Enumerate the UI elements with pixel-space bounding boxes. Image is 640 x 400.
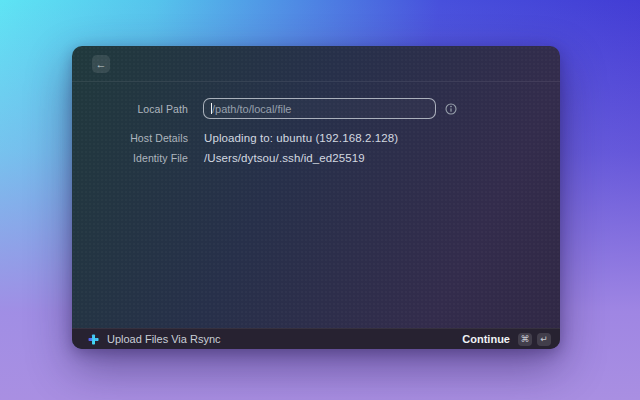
info-icon[interactable] [444, 102, 458, 116]
arrow-left-icon: ← [96, 58, 107, 70]
dialog-header: ← [72, 46, 560, 82]
return-key-icon: ↵ [537, 333, 551, 346]
text-caret [211, 103, 212, 114]
local-path-label: Local Path [92, 103, 188, 115]
dialog-footer: Upload Files Via Rsync Continue ⌘ ↵ [72, 328, 560, 349]
upload-files-dialog: ← Local Path Host Detail [72, 46, 560, 349]
command-key-icon: ⌘ [518, 333, 532, 346]
identity-file-value: /Users/dytsou/.ssh/id_ed25519 [204, 152, 365, 164]
identity-file-row: Identity File /Users/dytsou/.ssh/id_ed25… [92, 152, 560, 164]
local-path-input[interactable] [203, 98, 436, 119]
continue-button[interactable]: Continue [462, 333, 510, 345]
host-details-label: Host Details [92, 132, 188, 144]
rsync-plus-icon [88, 334, 99, 345]
dialog-form: Local Path Host Details Uploading to: ub… [72, 82, 560, 328]
host-details-row: Host Details Uploading to: ubuntu (192.1… [92, 132, 560, 144]
desktop-background: ← Local Path Host Detail [0, 0, 640, 400]
host-details-value: Uploading to: ubuntu (192.168.2.128) [204, 132, 398, 144]
local-path-input-wrap [203, 98, 436, 119]
identity-file-label: Identity File [92, 152, 188, 164]
local-path-row: Local Path [92, 98, 560, 119]
back-button[interactable]: ← [92, 55, 110, 73]
command-title: Upload Files Via Rsync [107, 333, 462, 345]
